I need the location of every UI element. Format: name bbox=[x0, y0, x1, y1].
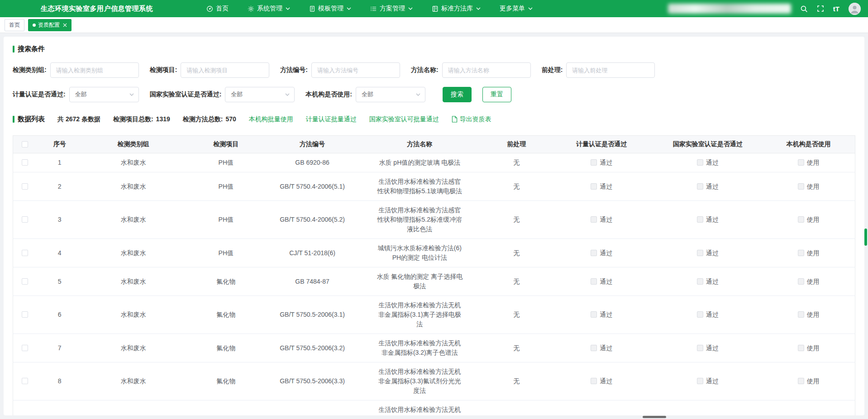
chevron-down-icon bbox=[408, 7, 413, 10]
row-checkbox[interactable] bbox=[22, 159, 28, 166]
org-use-checkbox[interactable] bbox=[798, 278, 804, 285]
data-table: 序号 检测类别组 检测项目 方法编号 方法名称 前处理 计量认证是否通过 国家实… bbox=[13, 135, 855, 415]
field-group-category-group: 检测类别组: bbox=[13, 62, 139, 78]
vertical-scrollbar-thumb[interactable] bbox=[864, 229, 867, 246]
tab-home-label: 首页 bbox=[9, 21, 20, 29]
select-group-metrology-cert: 计量认证是否通过:全部 bbox=[13, 87, 139, 102]
header-pretreatment: 前处理 bbox=[483, 136, 550, 153]
tab-qualification-config[interactable]: 资质配置 bbox=[28, 19, 72, 31]
metrology-pass-checkbox[interactable] bbox=[591, 159, 597, 166]
cell-method-code: GB/T 5750.5-2006(3.1) bbox=[268, 296, 356, 334]
org-use-checkbox[interactable] bbox=[798, 250, 804, 256]
nav-item-home[interactable]: 首页 bbox=[206, 5, 229, 13]
cell-method-name: 生活饮用水标准检验方法感官性状和物理指标5.2标准缓冲溶液比色法 bbox=[357, 201, 483, 239]
fullscreen-icon[interactable] bbox=[817, 5, 824, 12]
metrology-pass-checkbox[interactable] bbox=[591, 278, 597, 285]
metrology-pass-checkbox[interactable] bbox=[591, 311, 597, 318]
table-row-partial: 生活饮用水标准检验方法无机 bbox=[13, 400, 855, 416]
tab-home[interactable]: 首页 bbox=[5, 19, 24, 31]
cell-item: PH值 bbox=[184, 172, 268, 201]
avatar[interactable] bbox=[849, 3, 861, 15]
action-batch-metrology-pass[interactable]: 计量认证批量通过 bbox=[306, 115, 357, 124]
action-batch-use[interactable]: 本机构批量使用 bbox=[249, 115, 293, 124]
action-label: 导出资质表 bbox=[460, 115, 491, 124]
action-export-qualification[interactable]: 导出资质表 bbox=[452, 115, 491, 124]
nav-item-system[interactable]: 系统管理 bbox=[248, 5, 290, 13]
nav-item-template[interactable]: 模板管理 bbox=[309, 5, 351, 13]
chevron-down-icon bbox=[416, 93, 420, 96]
horizontal-scrollbar-thumb[interactable] bbox=[643, 416, 666, 418]
national-pass-checkbox[interactable] bbox=[697, 183, 703, 190]
nav-item-plan[interactable]: 方案管理 bbox=[370, 5, 413, 13]
nav-item-label: 首页 bbox=[216, 5, 229, 13]
national-pass-checkbox[interactable] bbox=[697, 216, 703, 223]
pretreatment-input[interactable] bbox=[566, 62, 655, 78]
national-pass-checkbox[interactable] bbox=[697, 378, 703, 384]
org-use-checkbox[interactable] bbox=[798, 216, 804, 223]
org-use-checkbox[interactable] bbox=[798, 345, 804, 351]
cell-pretreatment: 无 bbox=[483, 201, 550, 239]
cell-no: 1 bbox=[37, 153, 83, 172]
cell-method-name: 水质 pH值的测定玻璃 电极法 bbox=[357, 153, 483, 172]
search-fields-row: 检测类别组:检测项目:方法编号:方法名称:前处理: bbox=[13, 62, 855, 78]
test-item-input[interactable] bbox=[181, 62, 269, 78]
metrology-pass-checkbox[interactable] bbox=[591, 183, 597, 190]
metrology-pass-checkbox[interactable] bbox=[591, 378, 597, 384]
select-label-org-use: 本机构是否使用: bbox=[305, 90, 352, 99]
method-name-input[interactable] bbox=[442, 62, 531, 78]
total-count-text: 共 2672 条数据 bbox=[57, 115, 100, 124]
search-button[interactable]: 搜索 bbox=[443, 87, 472, 102]
row-checkbox[interactable] bbox=[22, 278, 28, 285]
metrology-pass-checkbox[interactable] bbox=[591, 250, 597, 256]
cell-category-group: 水和废水 bbox=[83, 239, 184, 267]
content-card: 搜索条件 检测类别组:检测项目:方法编号:方法名称:前处理: 计量认证是否通过:… bbox=[4, 37, 864, 415]
national-pass-checkbox[interactable] bbox=[697, 345, 703, 351]
action-batch-national-pass[interactable]: 国家实验室认可批量通过 bbox=[369, 115, 439, 124]
row-checkbox[interactable] bbox=[22, 216, 28, 223]
method-code-input[interactable] bbox=[311, 62, 400, 78]
chevron-down-icon bbox=[347, 7, 351, 10]
close-icon[interactable] bbox=[63, 23, 67, 27]
org-use-checkbox[interactable] bbox=[798, 183, 804, 190]
field-label-category-group: 检测类别组: bbox=[13, 66, 47, 74]
cell-category-group: 水和废水 bbox=[83, 296, 184, 334]
font-size-icon[interactable]: tT bbox=[833, 5, 839, 13]
row-checkbox[interactable] bbox=[22, 183, 28, 190]
org-use-checkbox[interactable] bbox=[798, 311, 804, 318]
org-use-label: 使用 bbox=[807, 183, 820, 190]
national-pass-checkbox[interactable] bbox=[697, 278, 703, 285]
category-group-input[interactable] bbox=[50, 62, 139, 78]
org-use-checkbox[interactable] bbox=[798, 378, 804, 384]
metrology-cert-select[interactable]: 全部 bbox=[69, 87, 139, 102]
cell-no: 5 bbox=[37, 267, 83, 296]
national-pass-checkbox[interactable] bbox=[697, 311, 703, 318]
nav-item-standard[interactable]: 标准方法库 bbox=[432, 5, 481, 13]
navbar-right: tT bbox=[668, 3, 861, 15]
table-row: 4水和废水PH值CJ/T 51-2018(6)城镇污水水质标准检验方法(6) P… bbox=[13, 239, 855, 267]
cell-method-code: GB 7484-87 bbox=[268, 267, 356, 296]
national-pass-checkbox[interactable] bbox=[697, 250, 703, 256]
metrology-pass-checkbox[interactable] bbox=[591, 216, 597, 223]
list-header-row: 数据列表 共 2672 条数据 检测项目总数: 1319 检测方法总数: 570… bbox=[13, 115, 855, 124]
national-pass-checkbox[interactable] bbox=[697, 159, 703, 166]
metrology-pass-label: 通过 bbox=[600, 278, 612, 285]
row-checkbox[interactable] bbox=[22, 378, 28, 384]
national-lab-cert-select[interactable]: 全部 bbox=[225, 87, 295, 102]
row-checkbox[interactable] bbox=[22, 250, 28, 256]
org-use-label: 使用 bbox=[807, 278, 820, 285]
metrology-pass-checkbox[interactable] bbox=[591, 345, 597, 351]
row-checkbox[interactable] bbox=[22, 311, 28, 318]
nav-item-label: 标准方法库 bbox=[441, 5, 473, 13]
org-use-select[interactable]: 全部 bbox=[356, 87, 425, 102]
cell-item: PH值 bbox=[184, 153, 268, 172]
org-use-checkbox[interactable] bbox=[798, 159, 804, 166]
select-all-checkbox[interactable] bbox=[22, 141, 28, 148]
search-icon[interactable] bbox=[800, 5, 808, 13]
field-label-method-code: 方法编号: bbox=[280, 66, 308, 74]
row-checkbox[interactable] bbox=[22, 345, 28, 351]
nav-item-more[interactable]: 更多菜单 bbox=[500, 5, 533, 13]
field-group-method-name: 方法名称: bbox=[411, 62, 531, 78]
reset-button[interactable]: 重置 bbox=[482, 87, 511, 102]
table-row: 3水和废水PH值GB/T 5750.4-2006(5.2)生活饮用水标准检验方法… bbox=[13, 201, 855, 239]
chevron-down-icon bbox=[286, 7, 290, 10]
